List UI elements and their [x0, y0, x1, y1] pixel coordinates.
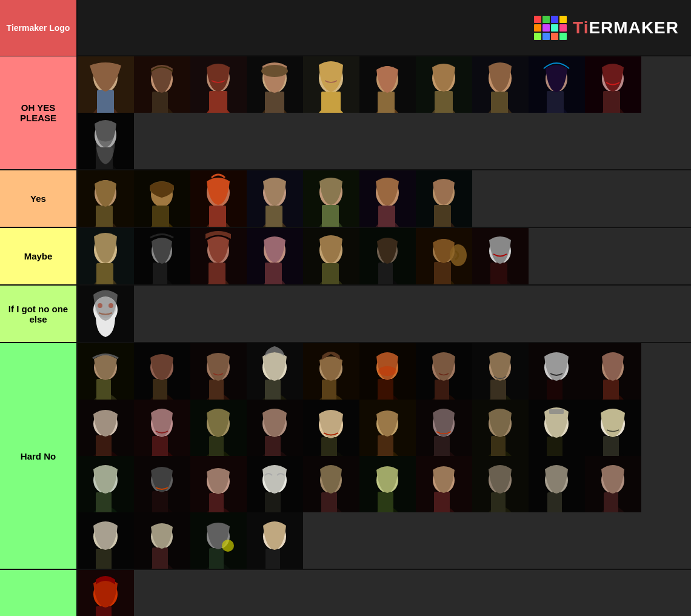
svg-rect-204	[209, 436, 224, 456]
tier-row-yes: Yes	[0, 170, 691, 228]
list-item	[190, 343, 247, 400]
list-item	[190, 228, 247, 284]
svg-rect-280	[491, 492, 506, 512]
list-item	[78, 570, 134, 616]
list-item	[472, 456, 529, 512]
tier-label-hard-no: Hard No	[0, 343, 78, 569]
tier-label-yes: Yes	[0, 170, 78, 227]
list-item	[303, 170, 359, 227]
list-item	[247, 170, 303, 227]
svg-rect-285	[547, 492, 562, 512]
svg-rect-295	[96, 549, 112, 569]
brand-cell	[551, 24, 558, 32]
tier-row-hard-no-extra	[0, 570, 691, 616]
logo-label: Tiermaker Logo	[7, 23, 70, 33]
list-item	[416, 456, 472, 512]
svg-rect-229	[491, 436, 506, 456]
svg-rect-255	[209, 493, 224, 512]
tier-row-oh-yes-please: OH YES PLEASE	[0, 56, 691, 170]
list-item	[78, 286, 134, 342]
svg-rect-72	[209, 206, 226, 227]
list-item	[529, 343, 585, 400]
logo-cell: Tiermaker Logo	[0, 0, 78, 56]
list-item	[78, 56, 134, 113]
list-item	[134, 56, 190, 113]
svg-rect-168	[378, 379, 393, 400]
list-item	[359, 170, 416, 227]
list-item	[472, 343, 529, 400]
svg-point-23	[261, 65, 288, 77]
brand-cell	[542, 33, 550, 40]
svg-rect-214	[321, 437, 337, 456]
svg-rect-174	[435, 380, 449, 400]
brand-cell	[559, 33, 567, 40]
svg-rect-224	[434, 436, 450, 456]
tier-content-yes	[78, 170, 691, 227]
svg-rect-46	[547, 91, 564, 113]
svg-rect-189	[603, 380, 619, 400]
svg-rect-66	[152, 206, 169, 227]
list-item	[359, 343, 416, 400]
list-item	[359, 56, 416, 113]
list-item	[190, 456, 247, 512]
tier-row-hard-no: Hard No	[0, 343, 691, 570]
tier-label-if-i-got-no-one-else: If I got no one else	[0, 286, 78, 342]
list-item	[472, 56, 529, 113]
brand-cell	[551, 33, 558, 40]
list-item	[190, 56, 247, 113]
list-item	[529, 456, 585, 512]
svg-rect-316	[96, 606, 112, 616]
header: Tiermaker Logo TiERMAKER	[0, 0, 691, 56]
tier-row-maybe: Maybe	[0, 228, 691, 286]
list-item	[359, 228, 416, 284]
svg-rect-92	[434, 205, 451, 227]
list-item	[134, 228, 190, 284]
list-item	[585, 56, 641, 113]
svg-rect-117	[322, 263, 339, 284]
list-item	[190, 512, 247, 569]
svg-rect-199	[152, 436, 168, 456]
svg-rect-158	[265, 380, 281, 400]
tier-content-if-i-got-no-one-else	[78, 286, 691, 342]
list-item	[78, 343, 134, 400]
svg-rect-31	[378, 92, 395, 113]
svg-rect-127	[434, 262, 451, 284]
list-item	[416, 170, 472, 227]
svg-rect-270	[378, 492, 393, 512]
svg-rect-82	[322, 205, 339, 227]
svg-rect-107	[209, 263, 225, 284]
list-item	[247, 228, 303, 284]
list-item	[78, 512, 134, 569]
brand-cell	[542, 16, 550, 23]
brand-cell	[559, 16, 567, 23]
svg-rect-179	[490, 380, 506, 400]
svg-rect-41	[491, 92, 508, 113]
list-item	[247, 456, 303, 512]
list-item	[303, 56, 359, 113]
svg-rect-26	[321, 92, 341, 113]
svg-rect-133	[490, 263, 507, 284]
svg-rect-20	[265, 92, 284, 113]
svg-rect-260	[265, 492, 281, 512]
tier-row-if-i-got-no-one-else: If I got no one else	[0, 286, 691, 343]
list-item	[134, 400, 190, 456]
brand-text: TiERMAKER	[573, 18, 679, 38]
tiermaker-brand: TiERMAKER	[534, 16, 679, 40]
svg-rect-234	[547, 437, 562, 456]
svg-point-171	[378, 366, 396, 376]
svg-rect-250	[152, 491, 168, 512]
svg-rect-148	[153, 379, 167, 400]
svg-rect-15	[209, 91, 227, 113]
svg-rect-305	[209, 548, 224, 569]
list-item	[359, 456, 416, 512]
list-item	[585, 343, 641, 400]
list-item	[247, 343, 303, 400]
brand-cell	[534, 24, 541, 32]
svg-rect-112	[265, 263, 282, 284]
svg-rect-143	[96, 379, 111, 400]
svg-rect-122	[378, 263, 393, 284]
brand-cell	[542, 24, 550, 32]
svg-rect-245	[96, 492, 112, 512]
svg-rect-10	[152, 92, 168, 113]
list-item	[416, 400, 472, 456]
